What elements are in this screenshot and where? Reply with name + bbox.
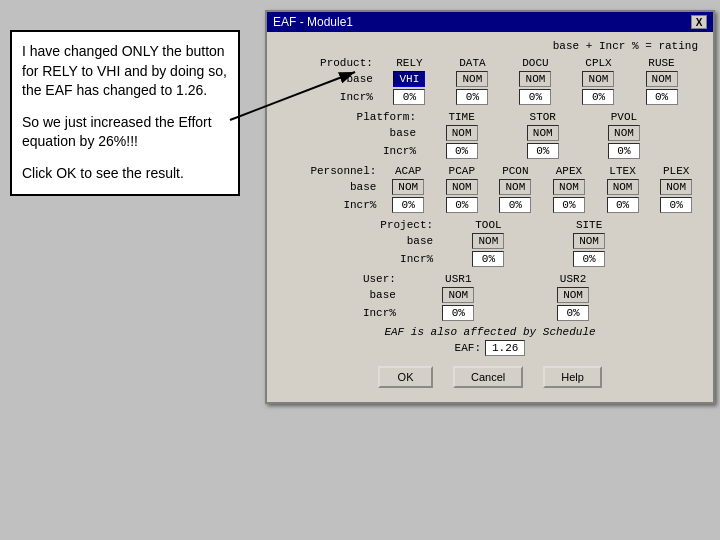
dialog-content: base + Incr % = rating Product: RELY DAT… (267, 32, 713, 402)
time-col-header: TIME (421, 110, 502, 124)
pcap-incr[interactable]: 0% (446, 197, 478, 213)
data-base-btn[interactable]: NOM (456, 71, 488, 87)
rely-col-header: RELY (378, 56, 441, 70)
eaf-label: EAF: (455, 342, 481, 354)
pvol-incr[interactable]: 0% (608, 143, 640, 159)
pvol-col-header: PVOL (583, 110, 664, 124)
usr1-incr[interactable]: 0% (442, 305, 474, 321)
ltex-base-btn[interactable]: NOM (607, 179, 639, 195)
platform-label: Platform: (277, 110, 421, 124)
project-incr-label: Incr% (277, 250, 438, 268)
ok-button[interactable]: OK (378, 366, 433, 388)
user-base-label: base (277, 286, 401, 304)
instruction-text-2: So we just increased the Effort equation… (22, 113, 228, 152)
usr2-incr[interactable]: 0% (557, 305, 589, 321)
cplx-col-header: CPLX (567, 56, 630, 70)
button-row: OK Cancel Help (277, 362, 703, 394)
personnel-section: Personnel: ACAP PCAP PCON APEX LTEX PLEX… (277, 164, 703, 214)
instruction-text-1: I have changed ONLY the button for RELY … (22, 42, 228, 101)
tool-incr[interactable]: 0% (472, 251, 504, 267)
personnel-incr-label: Incr% (277, 196, 381, 214)
pcap-base-btn[interactable]: NOM (446, 179, 478, 195)
usr1-col-header: USR1 (401, 272, 516, 286)
acap-base-btn[interactable]: NOM (392, 179, 424, 195)
apex-col-header: APEX (542, 164, 596, 178)
cplx-base-btn[interactable]: NOM (582, 71, 614, 87)
apex-incr[interactable]: 0% (553, 197, 585, 213)
cplx-incr[interactable]: 0% (582, 89, 614, 105)
ruse-col-header: RUSE (630, 56, 693, 70)
ltex-col-header: LTEX (596, 164, 650, 178)
close-button[interactable]: X (691, 15, 707, 29)
tool-base-btn[interactable]: NOM (472, 233, 504, 249)
project-base-label: base (277, 232, 438, 250)
eaf-dialog: EAF - Module1 X base + Incr % = rating P… (265, 10, 715, 404)
docu-base-btn[interactable]: NOM (519, 71, 551, 87)
user-incr-label: Incr% (277, 304, 401, 322)
user-label: User: (277, 272, 401, 286)
pcon-incr[interactable]: 0% (499, 197, 531, 213)
cancel-button[interactable]: Cancel (453, 366, 523, 388)
pcon-base-btn[interactable]: NOM (499, 179, 531, 195)
usr1-base-btn[interactable]: NOM (442, 287, 474, 303)
acap-col-header: ACAP (381, 164, 435, 178)
ruse-base-btn[interactable]: NOM (646, 71, 678, 87)
plex-col-header: PLEX (649, 164, 703, 178)
platform-base-label: base (277, 124, 421, 142)
acap-incr[interactable]: 0% (392, 197, 424, 213)
product-incr-label: Incr% (277, 88, 378, 106)
time-incr[interactable]: 0% (446, 143, 478, 159)
docu-incr[interactable]: 0% (519, 89, 551, 105)
eaf-schedule-note: EAF is also affected by Schedule (277, 326, 703, 338)
user-section: User: USR1 USR2 base NOM NOM Incr% 0% 0% (277, 272, 703, 322)
platform-incr-label: Incr% (277, 142, 421, 160)
pvol-base-btn[interactable]: NOM (608, 125, 640, 141)
project-section: Project: TOOL SITE base NOM NOM Incr% 0%… (277, 218, 703, 268)
site-incr[interactable]: 0% (573, 251, 605, 267)
stor-incr[interactable]: 0% (527, 143, 559, 159)
data-col-header: DATA (441, 56, 504, 70)
site-base-btn[interactable]: NOM (573, 233, 605, 249)
stor-col-header: STOR (502, 110, 583, 124)
eaf-value: 1.26 (485, 340, 525, 356)
instruction-panel: I have changed ONLY the button for RELY … (10, 30, 240, 196)
rely-base-btn[interactable]: VHI (393, 71, 425, 87)
data-incr[interactable]: 0% (456, 89, 488, 105)
apex-base-btn[interactable]: NOM (553, 179, 585, 195)
time-base-btn[interactable]: NOM (446, 125, 478, 141)
personnel-label: Personnel: (277, 164, 381, 178)
usr2-base-btn[interactable]: NOM (557, 287, 589, 303)
docu-col-header: DOCU (504, 56, 567, 70)
instruction-text-3: Click OK to see the result. (22, 164, 228, 184)
ruse-incr[interactable]: 0% (646, 89, 678, 105)
usr2-col-header: USR2 (516, 272, 631, 286)
eaf-value-row: EAF: 1.26 (277, 340, 703, 356)
site-col-header: SITE (539, 218, 640, 232)
tool-col-header: TOOL (438, 218, 539, 232)
product-label: Product: (277, 56, 378, 70)
ltex-incr[interactable]: 0% (607, 197, 639, 213)
help-button[interactable]: Help (543, 366, 602, 388)
pcap-col-header: PCAP (435, 164, 489, 178)
platform-section: Platform: TIME STOR PVOL base NOM NOM NO… (277, 110, 703, 160)
personnel-base-label: base (277, 178, 381, 196)
plex-base-btn[interactable]: NOM (660, 179, 692, 195)
dialog-titlebar: EAF - Module1 X (267, 12, 713, 32)
stor-base-btn[interactable]: NOM (527, 125, 559, 141)
project-label: Project: (277, 218, 438, 232)
plex-incr[interactable]: 0% (660, 197, 692, 213)
product-base-label: base (277, 70, 378, 88)
rely-incr[interactable]: 0% (393, 89, 425, 105)
product-section: Product: RELY DATA DOCU CPLX RUSE base V… (277, 56, 703, 106)
dialog-title: EAF - Module1 (273, 15, 353, 29)
header-label: base + Incr % = rating (277, 40, 703, 52)
pcon-col-header: PCON (489, 164, 543, 178)
